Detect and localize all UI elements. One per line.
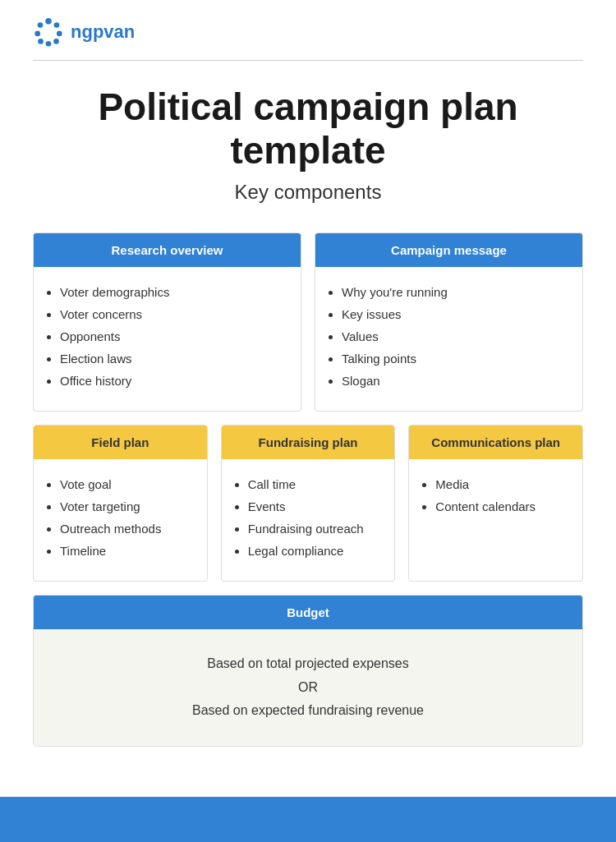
list-item: Timeline bbox=[60, 542, 191, 559]
list-item: Key issues bbox=[342, 306, 566, 323]
fundraising-plan-header: Fundraising plan bbox=[222, 426, 395, 459]
campaign-message-list: Why you're running Key issues Values Tal… bbox=[338, 283, 566, 389]
fundraising-plan-body: Call time Events Fundraising outreach Le… bbox=[222, 459, 395, 581]
list-item: Call time bbox=[248, 476, 379, 493]
logo: ngpvan bbox=[33, 16, 135, 48]
list-item: Election laws bbox=[60, 350, 284, 367]
list-item: Vote goal bbox=[60, 476, 191, 493]
budget-header: Budget bbox=[34, 596, 582, 629]
list-item: Values bbox=[342, 328, 566, 345]
campaign-message-card: Campaign message Why you're running Key … bbox=[315, 232, 583, 412]
fundraising-plan-card: Fundraising plan Call time Events Fundra… bbox=[221, 425, 396, 582]
list-item: Office history bbox=[60, 372, 284, 389]
list-item: Events bbox=[248, 498, 379, 515]
field-plan-card: Field plan Vote goal Voter targeting Out… bbox=[33, 425, 208, 582]
svg-point-4 bbox=[46, 41, 52, 47]
list-item: Talking points bbox=[342, 350, 566, 367]
budget-text: Based on total projected expenses OR Bas… bbox=[50, 652, 566, 723]
logo-text: ngpvan bbox=[71, 21, 135, 43]
row-1: Research overview Voter demographics Vot… bbox=[33, 232, 583, 412]
svg-point-3 bbox=[53, 39, 59, 44]
list-item: Legal compliance bbox=[248, 542, 379, 559]
logo-icon bbox=[33, 16, 64, 48]
communications-plan-list: Media Content calendars bbox=[432, 476, 566, 515]
communications-plan-body: Media Content calendars bbox=[409, 459, 582, 536]
budget-line3: Based on expected fundraising revenue bbox=[192, 703, 424, 717]
campaign-message-body: Why you're running Key issues Values Tal… bbox=[315, 267, 582, 411]
row-2: Field plan Vote goal Voter targeting Out… bbox=[33, 425, 583, 582]
svg-point-6 bbox=[34, 31, 40, 37]
research-overview-header: Research overview bbox=[34, 233, 301, 267]
page-title: Political campaign plan template bbox=[33, 85, 583, 173]
research-overview-list: Voter demographics Voter concerns Oppone… bbox=[57, 283, 284, 389]
research-overview-card: Research overview Voter demographics Vot… bbox=[33, 232, 301, 412]
list-item: Voter targeting bbox=[60, 498, 191, 515]
page-header: ngpvan bbox=[0, 0, 616, 60]
svg-point-0 bbox=[45, 18, 52, 25]
page-subtitle: Key components bbox=[33, 181, 583, 204]
list-item: Voter demographics bbox=[60, 283, 284, 301]
list-item: Voter concerns bbox=[60, 306, 284, 323]
page-footer bbox=[0, 797, 616, 842]
research-overview-body: Voter demographics Voter concerns Oppone… bbox=[34, 267, 301, 411]
list-item: Slogan bbox=[342, 372, 566, 389]
main-content: Political campaign plan template Key com… bbox=[0, 61, 616, 797]
communications-plan-card: Communications plan Media Content calend… bbox=[408, 425, 583, 582]
budget-body: Based on total projected expenses OR Bas… bbox=[34, 629, 582, 746]
list-item: Outreach methods bbox=[60, 520, 191, 537]
communications-plan-header: Communications plan bbox=[409, 426, 582, 459]
list-item: Opponents bbox=[60, 328, 284, 345]
svg-point-5 bbox=[38, 39, 44, 44]
list-item: Fundraising outreach bbox=[248, 520, 379, 537]
budget-card: Budget Based on total projected expenses… bbox=[33, 595, 583, 747]
list-item: Media bbox=[435, 476, 566, 493]
budget-line2: OR bbox=[298, 680, 318, 694]
campaign-message-header: Campaign message bbox=[315, 233, 582, 267]
svg-point-7 bbox=[38, 22, 44, 28]
field-plan-body: Vote goal Voter targeting Outreach metho… bbox=[34, 459, 207, 581]
fundraising-plan-list: Call time Events Fundraising outreach Le… bbox=[245, 476, 379, 559]
list-item: Why you're running bbox=[342, 283, 566, 301]
field-plan-header: Field plan bbox=[34, 426, 207, 459]
list-item: Content calendars bbox=[435, 498, 566, 515]
field-plan-list: Vote goal Voter targeting Outreach metho… bbox=[57, 476, 191, 559]
svg-point-1 bbox=[54, 22, 60, 28]
budget-line1: Based on total projected expenses bbox=[207, 656, 409, 670]
svg-point-2 bbox=[57, 31, 62, 37]
